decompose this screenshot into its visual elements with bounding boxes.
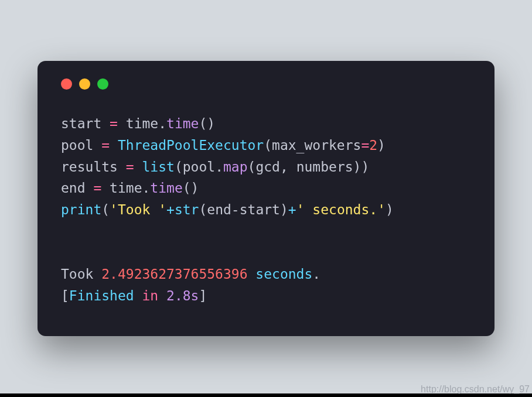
code-line-4: end = time.time() bbox=[61, 180, 199, 196]
output-line-2: [Finished in 2.8s] bbox=[61, 288, 207, 303]
code-line-3: results = list(pool.map(gcd, numbers)) bbox=[61, 159, 369, 174]
minimize-icon[interactable] bbox=[79, 78, 90, 90]
code-block: start = time.time() pool = ThreadPoolExe… bbox=[61, 113, 471, 307]
maximize-icon[interactable] bbox=[97, 78, 108, 90]
watermark-text: http://blog.csdn.net/wy_97 bbox=[421, 384, 530, 395]
code-line-5: print('Took '+str(end-start)+' seconds.'… bbox=[61, 202, 394, 217]
output-line-1: Took 2.4923627376556396 seconds. bbox=[61, 266, 320, 282]
code-line-2: pool = ThreadPoolExecutor(max_workers=2) bbox=[61, 138, 386, 153]
close-icon[interactable] bbox=[61, 78, 72, 90]
window-titlebar bbox=[61, 78, 471, 90]
code-line-1: start = time.time() bbox=[61, 116, 215, 131]
terminal-window: start = time.time() pool = ThreadPoolExe… bbox=[37, 61, 495, 336]
